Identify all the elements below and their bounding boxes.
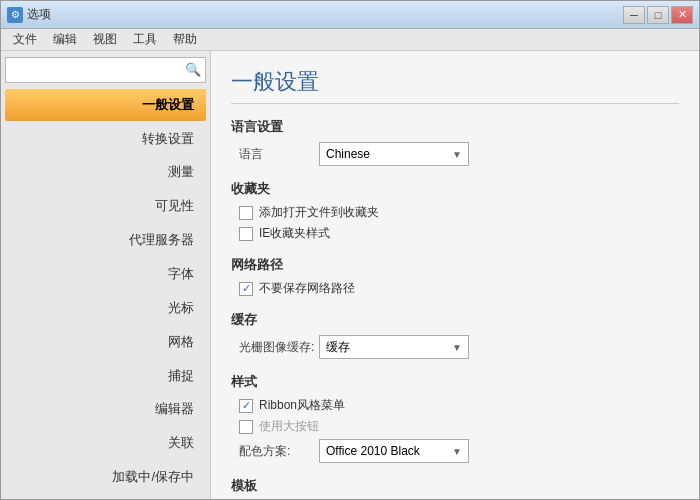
style-section: 样式 Ribbon风格菜单 使用大按钮 配色方案: Office 2010 Bl… [231, 373, 679, 463]
close-button[interactable]: ✕ [671, 6, 693, 24]
minimize-button[interactable]: ─ [623, 6, 645, 24]
main-window: ⚙ 选项 ─ □ ✕ 文件 编辑 视图 工具 帮助 🔍 一般设置 转换设置 测量… [0, 0, 700, 500]
menu-help[interactable]: 帮助 [165, 29, 205, 50]
menu-edit[interactable]: 编辑 [45, 29, 85, 50]
large-buttons-row: 使用大按钮 [239, 418, 679, 435]
language-field-row: 语言 Chinese ▼ [239, 142, 679, 166]
style-section-title: 样式 [231, 373, 679, 391]
maximize-button[interactable]: □ [647, 6, 669, 24]
language-dropdown-value: Chinese [326, 147, 370, 161]
sidebar-item-editor[interactable]: 编辑器 [5, 393, 206, 425]
title-bar-left: ⚙ 选项 [7, 6, 51, 23]
language-dropdown[interactable]: Chinese ▼ [319, 142, 469, 166]
main-content: 🔍 一般设置 转换设置 测量 可见性 代理服务器 字体 光标 网格 捕捉 编辑器… [1, 51, 699, 499]
sidebar-item-capture[interactable]: 捕捉 [5, 360, 206, 392]
search-input[interactable] [10, 63, 185, 77]
large-buttons-label: 使用大按钮 [259, 418, 319, 435]
add-favorites-label: 添加打开文件到收藏夹 [259, 204, 379, 221]
add-favorites-checkbox[interactable] [239, 206, 253, 220]
cache-dropdown-value: 缓存 [326, 339, 350, 356]
cache-dropdown[interactable]: 缓存 ▼ [319, 335, 469, 359]
language-section-title: 语言设置 [231, 118, 679, 136]
language-dropdown-arrow: ▼ [452, 149, 462, 160]
no-save-network-row: 不要保存网络路径 [239, 280, 679, 297]
cache-section-title: 缓存 [231, 311, 679, 329]
color-scheme-dropdown-value: Office 2010 Black [326, 444, 420, 458]
window-controls: ─ □ ✕ [623, 6, 693, 24]
color-scheme-label: 配色方案: [239, 443, 319, 460]
window-title: 选项 [27, 6, 51, 23]
favorites-section: 收藏夹 添加打开文件到收藏夹 IE收藏夹样式 [231, 180, 679, 242]
cache-section: 缓存 光栅图像缓存: 缓存 ▼ [231, 311, 679, 359]
sidebar-item-link[interactable]: 关联 [5, 427, 206, 459]
menu-tools[interactable]: 工具 [125, 29, 165, 50]
large-buttons-checkbox[interactable] [239, 420, 253, 434]
add-favorites-row: 添加打开文件到收藏夹 [239, 204, 679, 221]
ie-favorites-row: IE收藏夹样式 [239, 225, 679, 242]
sidebar: 🔍 一般设置 转换设置 测量 可见性 代理服务器 字体 光标 网格 捕捉 编辑器… [1, 51, 211, 499]
language-label: 语言 [239, 146, 319, 163]
network-section: 网络路径 不要保存网络路径 [231, 256, 679, 297]
no-save-network-checkbox[interactable] [239, 282, 253, 296]
ribbon-style-checkbox[interactable] [239, 399, 253, 413]
title-bar: ⚙ 选项 ─ □ ✕ [1, 1, 699, 29]
ie-favorites-checkbox[interactable] [239, 227, 253, 241]
sidebar-item-general[interactable]: 一般设置 [5, 89, 206, 121]
sidebar-item-measure[interactable]: 测量 [5, 157, 206, 189]
menu-view[interactable]: 视图 [85, 29, 125, 50]
app-icon: ⚙ [7, 7, 23, 23]
sidebar-item-font[interactable]: 字体 [5, 258, 206, 290]
ribbon-style-row: Ribbon风格菜单 [239, 397, 679, 414]
sidebar-item-grid[interactable]: 网格 [5, 326, 206, 358]
menu-bar: 文件 编辑 视图 工具 帮助 [1, 29, 699, 51]
right-panel: 一般设置 语言设置 语言 Chinese ▼ 收藏夹 添加打开文件到收藏夹 [211, 51, 699, 499]
color-scheme-dropdown[interactable]: Office 2010 Black ▼ [319, 439, 469, 463]
sidebar-item-convert[interactable]: 转换设置 [5, 123, 206, 155]
favorites-section-title: 收藏夹 [231, 180, 679, 198]
menu-file[interactable]: 文件 [5, 29, 45, 50]
language-section: 语言设置 语言 Chinese ▼ [231, 118, 679, 166]
search-icon: 🔍 [185, 62, 201, 77]
search-box: 🔍 [5, 57, 206, 83]
ribbon-style-label: Ribbon风格菜单 [259, 397, 345, 414]
network-section-title: 网络路径 [231, 256, 679, 274]
template-section: 模板 使用模板 模板名 ▼ [231, 477, 679, 499]
cache-dropdown-arrow: ▼ [452, 342, 462, 353]
ie-favorites-label: IE收藏夹样式 [259, 225, 330, 242]
color-scheme-dropdown-arrow: ▼ [452, 446, 462, 457]
cache-field-row: 光栅图像缓存: 缓存 ▼ [239, 335, 679, 359]
sidebar-item-proxy[interactable]: 代理服务器 [5, 224, 206, 256]
template-section-title: 模板 [231, 477, 679, 495]
cache-label: 光栅图像缓存: [239, 339, 319, 356]
panel-title: 一般设置 [231, 67, 679, 104]
sidebar-item-cursor[interactable]: 光标 [5, 292, 206, 324]
sidebar-item-loading[interactable]: 加载中/保存中 [5, 461, 206, 493]
color-scheme-row: 配色方案: Office 2010 Black ▼ [239, 439, 679, 463]
no-save-network-label: 不要保存网络路径 [259, 280, 355, 297]
sidebar-item-visibility[interactable]: 可见性 [5, 190, 206, 222]
